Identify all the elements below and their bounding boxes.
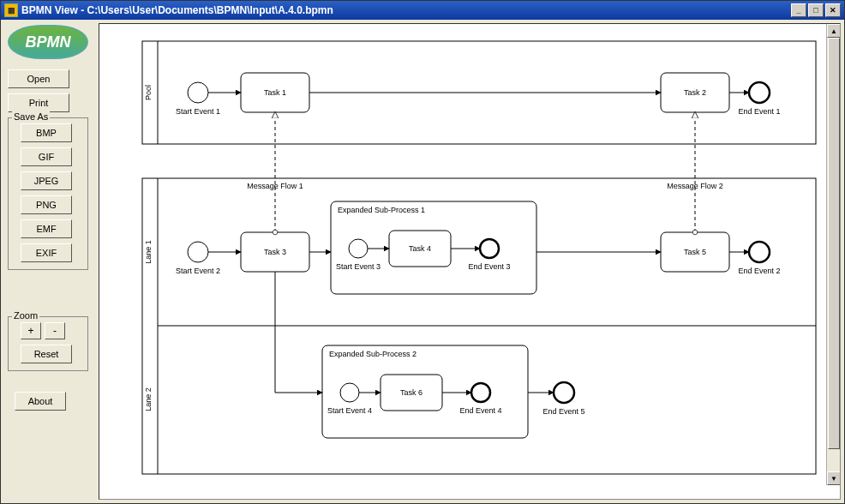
print-button[interactable]: Print xyxy=(8,93,69,112)
zoom-in-button[interactable]: + xyxy=(21,322,41,339)
start-event-2-label: Start Event 2 xyxy=(176,267,220,275)
save-png-button[interactable]: PNG xyxy=(21,195,72,214)
end-event-3[interactable] xyxy=(480,239,499,258)
vertical-scrollbar[interactable]: ▲ ▼ xyxy=(826,24,840,485)
message-flow-2-label: Message Flow 2 xyxy=(667,182,723,190)
task-2-label: Task 2 xyxy=(684,88,706,97)
scroll-thumb[interactable] xyxy=(828,38,840,449)
start-event-4-label: Start Event 4 xyxy=(327,406,372,415)
task-4-label: Task 4 xyxy=(409,244,431,253)
flow-task3-sub2 xyxy=(275,272,322,393)
save-gif-button[interactable]: GIF xyxy=(21,147,72,166)
save-exif-button[interactable]: EXIF xyxy=(21,243,72,262)
lane-1-label: Lane 1 xyxy=(144,240,153,264)
scroll-up-button[interactable]: ▲ xyxy=(827,24,841,38)
task-1-label: Task 1 xyxy=(264,88,286,97)
pool-1-label: Pool xyxy=(144,85,153,100)
start-event-1[interactable] xyxy=(188,82,208,103)
sub-process-2-label: Expanded Sub-Process 2 xyxy=(329,350,417,358)
bpmn-diagram-svg: Pool Start Event 1 Task 1 Task 2 End Eve… xyxy=(99,24,824,500)
save-as-group: Save As BMP GIF JPEG PNG EMF EXIF xyxy=(8,117,88,270)
sub-process-1-label: Expanded Sub-Process 1 xyxy=(338,206,425,214)
sidebar: BPMN Open Print Save As BMP GIF JPEG PNG… xyxy=(1,20,95,503)
scroll-down-button[interactable]: ▼ xyxy=(827,471,841,485)
start-event-2[interactable] xyxy=(188,242,208,262)
message-flow-1-label: Message Flow 1 xyxy=(247,182,303,190)
bpmn-logo: BPMN xyxy=(8,25,88,59)
diagram-canvas[interactable]: Pool Start Event 1 Task 1 Task 2 End Eve… xyxy=(99,23,841,500)
titlebar: ▦ BPMN View - C:\Users\User\Documents\BP… xyxy=(1,1,844,20)
task-3-label: Task 3 xyxy=(264,248,286,256)
close-button[interactable]: ✕ xyxy=(825,3,841,17)
zoom-legend: Zoom xyxy=(12,310,39,321)
end-event-2[interactable] xyxy=(749,242,770,262)
zoom-out-button[interactable]: - xyxy=(45,322,65,339)
end-event-5[interactable] xyxy=(554,382,574,403)
zoom-reset-button[interactable]: Reset xyxy=(21,345,72,363)
end-event-3-label: End Event 3 xyxy=(468,262,510,271)
save-bmp-button[interactable]: BMP xyxy=(21,123,72,142)
about-button[interactable]: About xyxy=(15,392,66,411)
zoom-group: Zoom + - Reset xyxy=(8,316,88,371)
save-as-legend: Save As xyxy=(12,111,50,122)
save-jpeg-button[interactable]: JPEG xyxy=(21,171,72,190)
lane-2-label: Lane 2 xyxy=(144,387,153,411)
end-event-2-label: End Event 2 xyxy=(738,267,780,275)
end-event-1-label: End Event 1 xyxy=(738,107,780,116)
end-event-4[interactable] xyxy=(471,383,490,402)
maximize-button[interactable]: □ xyxy=(808,3,824,17)
start-event-3-label: Start Event 3 xyxy=(336,262,381,271)
open-button[interactable]: Open xyxy=(8,69,69,88)
minimize-button[interactable]: _ xyxy=(791,3,806,17)
end-event-4-label: End Event 4 xyxy=(459,406,501,415)
window-title: BPMN View - C:\Users\User\Documents\BPMN… xyxy=(21,4,333,16)
start-event-3[interactable] xyxy=(349,239,368,258)
task-5-label: Task 5 xyxy=(684,248,706,256)
end-event-1[interactable] xyxy=(749,82,770,103)
task-6-label: Task 6 xyxy=(400,388,422,397)
app-icon: ▦ xyxy=(4,3,18,17)
start-event-1-label: Start Event 1 xyxy=(176,107,220,116)
start-event-4[interactable] xyxy=(340,383,359,402)
save-emf-button[interactable]: EMF xyxy=(21,219,72,238)
end-event-5-label: End Event 5 xyxy=(542,407,584,416)
